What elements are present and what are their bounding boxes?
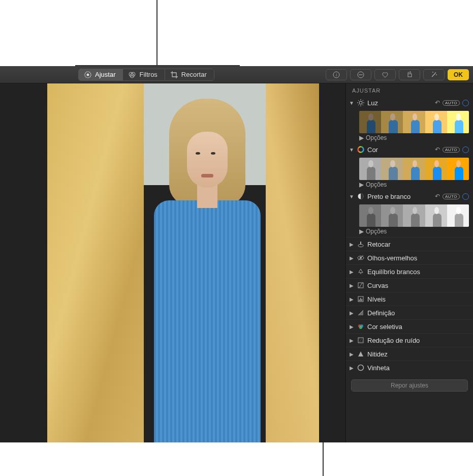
adjust-label: Preto e branco bbox=[367, 193, 432, 200]
adjust-label: Definição bbox=[367, 309, 469, 317]
chevron-right-icon[interactable]: ▶ bbox=[349, 269, 354, 274]
more-button[interactable] bbox=[350, 69, 371, 80]
chevron-right-icon[interactable]: ▶ bbox=[349, 242, 354, 247]
adjust-group-selectivecolor[interactable]: ▶Cor seletiva bbox=[346, 319, 473, 333]
svg-point-40 bbox=[360, 340, 360, 341]
svg-rect-31 bbox=[359, 300, 360, 301]
options-label: Opções bbox=[366, 181, 387, 188]
done-button[interactable]: OK bbox=[448, 69, 469, 80]
edit-mode-tabs: Ajustar Filtros Recortar bbox=[78, 69, 214, 81]
reset-adjustments-button[interactable]: Repor ajustes bbox=[351, 379, 468, 392]
light-icon bbox=[357, 99, 365, 107]
svg-point-39 bbox=[361, 339, 361, 339]
adjust-group-curves[interactable]: ▶Curvas bbox=[346, 278, 473, 292]
light-options[interactable]: ▶ Opções bbox=[359, 134, 469, 141]
toolbar: Ajustar Filtros Recortar i bbox=[0, 66, 473, 83]
adjust-group-noise[interactable]: ▶Redução de ruído bbox=[346, 333, 473, 347]
adjust-group-definition[interactable]: ▶Definição bbox=[346, 306, 473, 319]
adjust-group-whitebalance[interactable]: ▶Equilíbrio brancos bbox=[346, 264, 473, 278]
reset-icon[interactable]: ↶ bbox=[435, 146, 440, 153]
adjust-label: Curvas bbox=[367, 282, 469, 289]
noise-icon bbox=[357, 336, 365, 344]
svg-point-36 bbox=[359, 326, 362, 329]
adjust-sidebar: AJUSTAR ▼ Luz ↶ AUTO ▶ bbox=[345, 83, 473, 442]
adjust-label: Olhos-vermelhos bbox=[367, 254, 469, 262]
info-icon: i bbox=[333, 71, 340, 78]
reset-icon[interactable]: ↶ bbox=[435, 193, 440, 200]
reset-icon[interactable]: ↶ bbox=[435, 99, 440, 106]
enable-toggle[interactable] bbox=[462, 193, 469, 200]
adjust-group-retouch[interactable]: ▶Retocar bbox=[346, 237, 473, 251]
chevron-right-icon[interactable]: ▶ bbox=[349, 365, 354, 370]
svg-line-19 bbox=[358, 105, 359, 106]
chevron-right-icon[interactable]: ▶ bbox=[349, 324, 354, 329]
svg-line-18 bbox=[363, 105, 364, 106]
whitebalance-icon bbox=[357, 267, 365, 276]
chevron-down-icon[interactable]: ▼ bbox=[349, 147, 354, 152]
photo-preview[interactable] bbox=[47, 83, 319, 442]
svg-point-38 bbox=[359, 338, 359, 339]
color-options[interactable]: ▶ Opções bbox=[359, 181, 469, 188]
svg-line-17 bbox=[358, 100, 359, 101]
adjust-label: Retocar bbox=[367, 241, 469, 248]
app-window: Ajustar Filtros Recortar i bbox=[0, 66, 473, 442]
ellipsis-icon bbox=[357, 71, 364, 78]
bw-options[interactable]: ▶ Opções bbox=[359, 228, 469, 235]
levels-icon bbox=[357, 295, 365, 303]
main-area: AJUSTAR ▼ Luz ↶ AUTO ▶ bbox=[0, 83, 473, 442]
heart-icon bbox=[382, 71, 389, 78]
auto-button[interactable]: AUTO bbox=[443, 100, 460, 106]
bw-icon bbox=[357, 192, 365, 200]
bw-thumbstrip[interactable] bbox=[359, 204, 469, 227]
chevron-right-icon[interactable]: ▶ bbox=[349, 283, 354, 288]
chevron-right-icon[interactable]: ▶ bbox=[349, 255, 354, 260]
svg-point-23 bbox=[358, 245, 363, 247]
auto-button[interactable]: AUTO bbox=[443, 194, 460, 199]
adjust-label: Níveis bbox=[367, 295, 469, 303]
definition-icon bbox=[357, 309, 365, 317]
adjust-group-sharpen[interactable]: ▶Nitidez bbox=[346, 347, 473, 361]
adjust-group-light[interactable]: ▼ Luz ↶ AUTO bbox=[346, 97, 473, 109]
adjust-icon bbox=[84, 71, 92, 79]
adjust-label: Nitidez bbox=[367, 350, 469, 358]
filters-icon bbox=[128, 71, 136, 79]
chevron-down-icon[interactable]: ▼ bbox=[349, 194, 354, 199]
adjust-label: Vinheta bbox=[367, 364, 469, 372]
info-button[interactable]: i bbox=[326, 69, 347, 80]
color-thumbstrip[interactable] bbox=[359, 158, 469, 180]
chevron-right-icon[interactable]: ▶ bbox=[349, 310, 354, 315]
tab-filters[interactable]: Filtros bbox=[123, 69, 165, 80]
adjust-group-redeye[interactable]: ▶Olhos-vermelhos bbox=[346, 251, 473, 264]
chevron-down-icon[interactable]: ▼ bbox=[349, 100, 354, 105]
adjust-group-levels[interactable]: ▶Níveis bbox=[346, 292, 473, 306]
tab-adjust[interactable]: Ajustar bbox=[79, 69, 123, 80]
adjust-label: Redução de ruído bbox=[367, 337, 469, 344]
enable-toggle[interactable] bbox=[462, 146, 469, 153]
adjust-group-bw[interactable]: ▼ Preto e branco ↶ AUTO bbox=[346, 190, 473, 202]
chevron-right-icon[interactable]: ▶ bbox=[349, 338, 354, 343]
rotate-button[interactable] bbox=[399, 69, 420, 80]
tab-crop[interactable]: Recortar bbox=[165, 69, 214, 80]
svg-point-1 bbox=[87, 73, 89, 76]
color-icon bbox=[357, 145, 365, 154]
svg-rect-32 bbox=[360, 298, 361, 301]
favorite-button[interactable] bbox=[374, 69, 396, 80]
svg-point-41 bbox=[362, 341, 362, 341]
svg-rect-33 bbox=[362, 299, 363, 301]
svg-rect-37 bbox=[358, 338, 363, 343]
light-thumbstrip[interactable] bbox=[359, 111, 469, 133]
chevron-right-icon[interactable]: ▶ bbox=[349, 296, 354, 302]
svg-point-9 bbox=[360, 74, 361, 75]
enable-toggle[interactable] bbox=[462, 100, 469, 106]
svg-point-12 bbox=[359, 101, 362, 104]
sharpen-icon bbox=[357, 350, 365, 358]
chevron-right-icon[interactable]: ▶ bbox=[349, 351, 354, 356]
svg-rect-11 bbox=[408, 74, 412, 77]
svg-point-10 bbox=[362, 74, 363, 75]
options-label: Opções bbox=[366, 134, 387, 141]
auto-button[interactable]: AUTO bbox=[443, 147, 460, 153]
adjust-group-vignette[interactable]: ▶Vinheta bbox=[346, 361, 473, 374]
adjust-group-color[interactable]: ▼ Cor ↶ AUTO bbox=[346, 143, 473, 156]
enhance-button[interactable] bbox=[423, 69, 445, 80]
selectivecolor-icon bbox=[357, 322, 365, 331]
